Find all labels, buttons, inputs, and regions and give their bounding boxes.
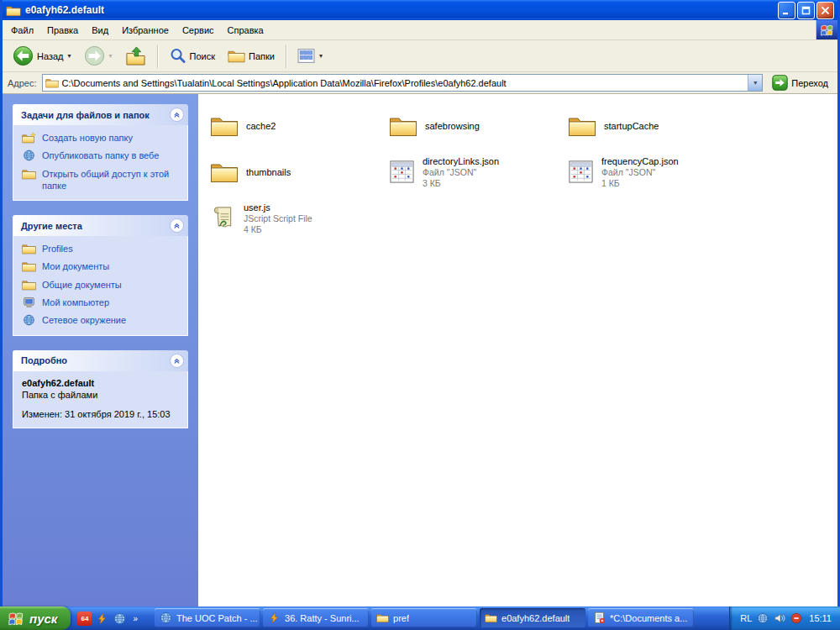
address-bar: Адрес: C:\Documents and Settings\Tualati… bbox=[3, 72, 837, 94]
network-globe-icon bbox=[22, 314, 36, 326]
tray-status-icon[interactable] bbox=[790, 612, 802, 624]
quick-launch-browser[interactable] bbox=[113, 612, 127, 626]
file-tile-directorylinks-json[interactable]: directoryLinks.json Файл "JSON" 3 КБ bbox=[386, 149, 564, 195]
language-indicator[interactable]: RL bbox=[740, 613, 752, 623]
other-places-panel-header[interactable]: Другие места bbox=[13, 215, 188, 236]
clock[interactable]: 15:11 bbox=[809, 613, 832, 623]
file-size: 3 КБ bbox=[423, 178, 499, 188]
quick-launch-64[interactable]: 64 bbox=[77, 612, 92, 626]
file-tile-frequencycap-json[interactable]: frequencyCap.json Файл "JSON" 1 КБ bbox=[564, 149, 743, 195]
details-panel-header[interactable]: Подробно bbox=[13, 350, 188, 371]
task-create-folder[interactable]: Создать новую папку bbox=[22, 132, 182, 144]
start-button[interactable]: пуск bbox=[0, 606, 71, 630]
search-button[interactable]: Поиск bbox=[164, 44, 220, 68]
details-folder-type: Папка с файлами bbox=[22, 390, 182, 400]
menu-tools[interactable]: Сервис bbox=[176, 22, 221, 39]
folder-icon bbox=[210, 113, 239, 138]
address-dropdown-button[interactable]: ▾ bbox=[748, 75, 762, 91]
folder-icon bbox=[568, 113, 596, 138]
maximize-button[interactable] bbox=[797, 2, 815, 19]
file-size: 4 КБ bbox=[244, 224, 312, 234]
collapse-button[interactable] bbox=[170, 354, 184, 368]
taskbar-button-uoc-patch[interactable]: The UOC Patch - ... bbox=[155, 608, 260, 627]
start-label: пуск bbox=[29, 612, 57, 626]
go-button[interactable]: Переход bbox=[768, 73, 832, 92]
json-file-icon bbox=[568, 159, 594, 185]
place-my-computer[interactable]: Мой компьютер bbox=[22, 297, 182, 308]
back-label: Назад bbox=[37, 51, 64, 61]
place-shared-documents[interactable]: Общие документы bbox=[22, 279, 182, 291]
go-icon bbox=[772, 75, 788, 91]
collapse-button[interactable] bbox=[170, 218, 184, 233]
folder-icon bbox=[376, 612, 389, 624]
taskbar-buttons: The UOC Patch - ... 36. Ratty - Sunri...… bbox=[153, 606, 729, 630]
toolbar-separator bbox=[286, 45, 286, 68]
folders-button[interactable]: Папки bbox=[223, 44, 280, 68]
back-history-caret-icon[interactable]: ▾ bbox=[68, 52, 71, 60]
text-editor-icon bbox=[593, 612, 606, 624]
folders-label: Папки bbox=[249, 51, 275, 61]
other-places-panel-body: Profiles Мои документы Общие документы М… bbox=[13, 236, 188, 335]
address-label: Адрес: bbox=[8, 78, 37, 88]
file-tile-user-js[interactable]: user.js JScript Script File 4 КБ bbox=[207, 195, 386, 241]
title-bar[interactable]: e0afyh62.default bbox=[3, 0, 837, 20]
system-tray: RL 15:11 bbox=[729, 606, 840, 630]
lightning-icon bbox=[268, 612, 281, 624]
forward-button[interactable]: ▾ bbox=[79, 42, 118, 70]
place-profiles[interactable]: Profiles bbox=[22, 243, 182, 255]
menu-bar: Файл Правка Вид Избранное Сервис Справка bbox=[3, 20, 837, 40]
other-places-title: Другие места bbox=[21, 221, 82, 231]
file-tasks-panel: Задачи для файлов и папок Создать новую … bbox=[13, 104, 188, 201]
folder-icon bbox=[210, 160, 239, 184]
menu-edit[interactable]: Правка bbox=[40, 22, 85, 39]
quick-launch-winamp[interactable] bbox=[95, 612, 109, 626]
address-input[interactable]: C:\Documents and Settings\Tualatin\Local… bbox=[42, 74, 764, 92]
other-places-panel: Другие места Profiles Мои документы Общи… bbox=[13, 215, 188, 335]
taskbar-button-documents-editor[interactable]: *C:\Documents a... bbox=[588, 608, 694, 627]
file-tasks-panel-header[interactable]: Задачи для файлов и папок bbox=[13, 104, 188, 125]
file-tile-startupcache[interactable]: startupCache bbox=[564, 102, 743, 149]
back-icon bbox=[13, 45, 34, 66]
place-network[interactable]: Сетевое окружение bbox=[22, 314, 182, 326]
shared-documents-folder-icon bbox=[22, 279, 36, 291]
minimize-button[interactable] bbox=[778, 2, 795, 19]
file-tile-cache2[interactable]: cache2 bbox=[207, 102, 386, 149]
taskbar-button-pref[interactable]: pref bbox=[371, 608, 477, 627]
windows-logo-icon bbox=[816, 20, 837, 39]
collapse-button[interactable] bbox=[170, 108, 184, 122]
file-tile-safebrowsing[interactable]: safebrowsing bbox=[386, 102, 564, 149]
file-size: 1 КБ bbox=[601, 178, 679, 188]
details-modified-date: Изменен: 31 октября 2019 г., 15:03 bbox=[22, 409, 182, 419]
window-folder-icon bbox=[6, 4, 21, 17]
volume-icon[interactable] bbox=[774, 612, 785, 624]
menu-favorites[interactable]: Избранное bbox=[115, 22, 176, 39]
task-publish-web[interactable]: Опубликовать папку в вебе bbox=[22, 150, 182, 161]
address-folder-icon bbox=[45, 77, 59, 88]
search-label: Поиск bbox=[190, 51, 215, 61]
back-button[interactable]: Назад ▾ bbox=[8, 42, 76, 70]
taskbar-button-ratty-sunrise[interactable]: 36. Ratty - Sunri... bbox=[263, 608, 369, 627]
window-title: e0afyh62.default bbox=[25, 4, 774, 16]
folder-icon bbox=[485, 612, 497, 624]
details-title: Подробно bbox=[21, 355, 67, 365]
file-type: Файл "JSON" bbox=[423, 167, 499, 177]
up-folder-icon bbox=[125, 45, 146, 66]
file-type: JScript Script File bbox=[244, 213, 312, 223]
taskbar-button-e0afyh62-default[interactable]: e0afyh62.default bbox=[480, 608, 585, 627]
task-share-folder[interactable]: Открыть общий доступ к этой папке bbox=[22, 168, 182, 192]
forward-history-caret-icon: ▾ bbox=[109, 52, 113, 60]
quick-launch-overflow-button[interactable]: » bbox=[130, 614, 140, 623]
up-button[interactable] bbox=[120, 42, 151, 70]
menu-help[interactable]: Справка bbox=[221, 22, 270, 39]
window-controls bbox=[778, 2, 834, 19]
folders-icon bbox=[228, 47, 245, 65]
place-my-documents[interactable]: Мои документы bbox=[22, 260, 182, 272]
tray-globe-icon[interactable] bbox=[757, 612, 769, 624]
views-button[interactable]: ▾ bbox=[292, 44, 328, 68]
file-tile-thumbnails[interactable]: thumbnails bbox=[207, 149, 386, 195]
menu-file[interactable]: Файл bbox=[4, 22, 40, 39]
close-button[interactable] bbox=[816, 2, 834, 19]
views-caret-icon: ▾ bbox=[319, 52, 323, 60]
menu-view[interactable]: Вид bbox=[85, 22, 115, 39]
publish-web-globe-icon bbox=[22, 150, 36, 161]
